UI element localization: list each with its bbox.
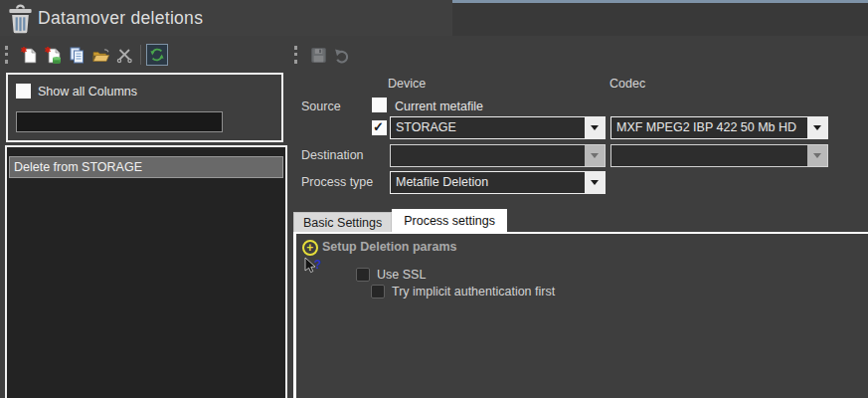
dropdown-button[interactable] xyxy=(807,145,827,166)
chevron-down-icon xyxy=(813,125,821,130)
chevron-down-icon xyxy=(591,153,599,158)
refresh-button[interactable] xyxy=(146,44,168,66)
destination-device-combobox[interactable] xyxy=(390,144,606,167)
settings-tabstrip: Basic Settings Process settings xyxy=(293,209,507,232)
dropdown-button[interactable] xyxy=(585,172,605,193)
expand-section-icon[interactable] xyxy=(302,240,318,256)
new-document-db-icon xyxy=(44,46,63,65)
list-item[interactable]: Delete from STORAGE xyxy=(9,156,283,178)
save-button[interactable] xyxy=(307,44,329,66)
dropdown-button[interactable] xyxy=(585,117,605,138)
source-device-combobox[interactable]: STORAGE xyxy=(390,116,606,139)
toolbar-grip[interactable] xyxy=(294,46,300,64)
cut-icon xyxy=(115,46,134,65)
destination-device-value xyxy=(391,145,585,166)
dropdown-button[interactable] xyxy=(585,145,605,166)
toolbar-separator xyxy=(140,45,141,65)
undo-button[interactable] xyxy=(331,44,353,66)
source-label: Source xyxy=(301,100,341,113)
save-icon xyxy=(309,46,328,65)
delete-button[interactable] xyxy=(113,44,135,66)
toolbar-grip[interactable] xyxy=(5,46,11,64)
source-codec-combobox[interactable]: MXF MPEG2 IBP 422 50 Mb HD xyxy=(610,116,828,139)
try-implicit-auth-label: Try implicit authentication first xyxy=(392,285,555,298)
new-document-icon xyxy=(20,46,39,65)
dropdown-button[interactable] xyxy=(807,117,827,138)
deletion-task-list[interactable]: Delete from STORAGE xyxy=(5,145,287,398)
process-type-combobox[interactable]: Metafile Deletion xyxy=(390,171,606,194)
column-filter-input[interactable] xyxy=(16,111,223,132)
try-implicit-auth-checkbox[interactable] xyxy=(371,285,385,298)
form-toolbar xyxy=(292,42,354,68)
help-cursor-icon: ? xyxy=(303,257,325,276)
trash-icon xyxy=(7,4,34,34)
destination-label: Destination xyxy=(301,148,364,162)
show-all-columns-checkbox[interactable] xyxy=(16,84,31,99)
device-column-header: Device xyxy=(388,77,426,91)
copy-button[interactable] xyxy=(66,44,87,66)
destination-codec-value xyxy=(611,145,807,166)
codec-column-header: Codec xyxy=(609,77,645,91)
columns-filter-groupbox: Show all Columns xyxy=(6,73,283,142)
process-settings-panel: Setup Deletion params ? Use SSL Try impl… xyxy=(293,232,868,398)
tab-basic-settings[interactable]: Basic Settings xyxy=(293,212,392,232)
svg-text:?: ? xyxy=(314,258,321,272)
main-toolbar xyxy=(3,42,169,68)
current-metafile-checkbox[interactable] xyxy=(372,98,387,112)
open-folder-icon xyxy=(91,46,110,65)
copy-icon xyxy=(68,46,87,65)
source-device-enabled-checkbox[interactable] xyxy=(372,120,387,135)
source-device-value: STORAGE xyxy=(391,117,585,138)
section-header: Setup Deletion params xyxy=(322,240,456,254)
current-metafile-label: Current metafile xyxy=(395,100,483,113)
use-ssl-checkbox[interactable] xyxy=(356,268,370,282)
page-title: Datamover deletions xyxy=(38,8,203,29)
background-window-edge xyxy=(452,0,868,36)
new-button[interactable] xyxy=(18,44,40,66)
tab-process-settings[interactable]: Process settings xyxy=(392,209,507,232)
chevron-down-icon xyxy=(813,153,821,158)
process-type-label: Process type xyxy=(301,175,373,189)
source-codec-value: MXF MPEG2 IBP 422 50 Mb HD xyxy=(611,117,807,138)
datamover-deletions-window: Datamover deletions xyxy=(0,0,868,398)
show-all-columns-label: Show all Columns xyxy=(38,85,137,99)
refresh-icon xyxy=(149,47,165,63)
destination-codec-combobox[interactable] xyxy=(610,144,828,167)
use-ssl-label: Use SSL xyxy=(377,268,426,282)
process-type-value: Metafile Deletion xyxy=(391,172,585,193)
undo-icon xyxy=(333,46,352,65)
chevron-down-icon xyxy=(591,180,599,185)
open-button[interactable] xyxy=(89,44,111,66)
new-from-template-button[interactable] xyxy=(42,44,64,66)
chevron-down-icon xyxy=(591,125,599,130)
